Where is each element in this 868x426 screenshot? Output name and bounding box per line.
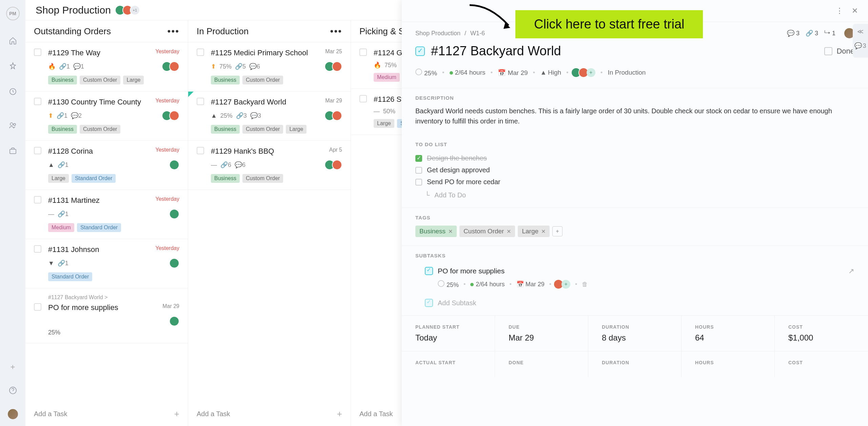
link-count[interactable]: 🔗 3: [806, 30, 818, 37]
assignees[interactable]: +: [574, 67, 595, 78]
column-menu-icon[interactable]: •••: [167, 26, 179, 37]
comment-count[interactable]: 💬 3: [787, 30, 800, 37]
task-card[interactable]: #1131 Johnson Yesterday ▼🔗1 Standard Ord…: [25, 239, 188, 288]
stat-cell[interactable]: DURATION: [588, 351, 682, 377]
stat-cell[interactable]: COST$1,000: [775, 316, 868, 351]
trial-cta-button[interactable]: Click here to start free trial: [515, 10, 703, 38]
task-checkbox[interactable]: [359, 49, 367, 56]
tag-pill[interactable]: Custom Order ✕: [459, 226, 515, 237]
user-avatar[interactable]: [8, 409, 18, 419]
task-card[interactable]: #1131 Martinez Yesterday —🔗1 MediumStand…: [25, 190, 188, 239]
add-todo-button[interactable]: └ Add To Do: [415, 188, 854, 199]
briefcase-icon[interactable]: [8, 146, 18, 156]
task-checkbox[interactable]: [34, 147, 41, 154]
add-tag-button[interactable]: +: [552, 226, 563, 236]
project-members[interactable]: +1: [118, 5, 140, 15]
remove-tag-icon[interactable]: ✕: [448, 228, 453, 235]
task-card[interactable]: #1128 Corina Yesterday ▲🔗1 LargeStandard…: [25, 141, 188, 190]
priority[interactable]: ▲ High: [540, 69, 561, 76]
remove-tag-icon[interactable]: ✕: [507, 228, 511, 235]
stat-cell[interactable]: HOURS: [682, 351, 775, 377]
tag-pill: Large: [374, 119, 394, 128]
stat-cell[interactable]: DURATION8 days: [588, 316, 682, 351]
svg-rect-3: [10, 149, 16, 154]
todo-checkbox[interactable]: [415, 167, 422, 174]
card-title: #1131 Martinez: [48, 196, 155, 205]
task-card[interactable]: #1127 Backyard World Mar 29 ▲25%🔗3💬3 Bus…: [188, 92, 351, 141]
stat-cell[interactable]: HOURS64: [682, 316, 775, 351]
collapse-icon[interactable]: ≪: [857, 28, 864, 35]
comments-toggle[interactable]: 💬3: [854, 42, 866, 50]
task-card[interactable]: #1130 Country Time County Yesterday ⬆🔗1💬…: [25, 92, 188, 141]
tag-pill[interactable]: Large ✕: [518, 226, 550, 237]
task-card[interactable]: #1129 The Way Yesterday 🔥🔗1💬1 BusinessCu…: [25, 42, 188, 92]
card-title: #1131 Johnson: [48, 245, 155, 254]
task-card[interactable]: #1127 Backyard World > PO for more suppl…: [25, 288, 188, 343]
stat-cell[interactable]: PLANNED STARTToday: [402, 316, 495, 351]
task-checkbox[interactable]: [34, 245, 41, 253]
card-title: #1128 Corina: [48, 147, 155, 156]
add-icon[interactable]: +: [10, 362, 15, 372]
home-icon[interactable]: [8, 36, 18, 46]
task-card[interactable]: #1125 Medici Primary School Mar 25 ⬆75%🔗…: [188, 42, 351, 92]
app-logo[interactable]: PM: [6, 7, 20, 20]
add-task-button[interactable]: Add a Task+: [188, 402, 351, 426]
remove-tag-icon[interactable]: ✕: [541, 228, 546, 235]
task-checkbox[interactable]: [359, 95, 367, 102]
todo-item[interactable]: Get design approved: [415, 164, 854, 176]
activity-icon[interactable]: [8, 61, 18, 71]
add-subtask-button[interactable]: Add Subtask: [415, 293, 854, 307]
column-menu-icon[interactable]: •••: [330, 26, 342, 37]
stat-cell[interactable]: ACTUAL START: [402, 351, 495, 377]
task-checkbox[interactable]: [34, 303, 41, 311]
clock-icon[interactable]: [8, 86, 18, 97]
task-checkbox[interactable]: [34, 98, 41, 105]
column-title: Outstanding Orders: [34, 26, 111, 37]
task-checkbox[interactable]: [197, 147, 204, 154]
progress-percent[interactable]: 25%: [415, 69, 437, 77]
task-checkbox[interactable]: [197, 49, 204, 56]
task-title[interactable]: #1127 Backyard World: [431, 44, 824, 58]
more-icon[interactable]: ⋮: [836, 6, 843, 15]
help-icon[interactable]: [8, 385, 18, 395]
stat-value: 64: [695, 333, 761, 343]
stat-label: ACTUAL START: [415, 360, 481, 365]
column-title: In Production: [197, 26, 249, 37]
done-toggle[interactable]: Done: [824, 47, 854, 56]
task-detail-panel: Click here to start free trial ⋮ ✕ Shop …: [402, 0, 868, 426]
comment-icon: 💬3: [250, 112, 261, 119]
right-rail: ≪ 💬3: [853, 24, 868, 58]
todo-item[interactable]: Send PO for more cedar: [415, 176, 854, 188]
todo-checkbox[interactable]: [415, 155, 422, 162]
due-date[interactable]: 📅 Mar 29: [498, 69, 528, 77]
stat-cell[interactable]: DUEMar 29: [495, 316, 588, 351]
breadcrumb-project[interactable]: Shop Production: [415, 30, 460, 37]
stat-cell[interactable]: DONE: [495, 351, 588, 377]
todo-item[interactable]: Design the benches: [415, 152, 854, 164]
todo-checkbox[interactable]: [415, 179, 422, 186]
close-icon[interactable]: ✕: [852, 6, 858, 15]
people-icon[interactable]: [8, 120, 18, 131]
hours-logged[interactable]: 2/64 hours: [450, 69, 486, 76]
task-checkbox[interactable]: [34, 196, 41, 204]
subtask-count[interactable]: ⮡ 1: [824, 30, 835, 37]
stat-label: HOURS: [695, 360, 761, 365]
task-checkbox[interactable]: [197, 98, 204, 105]
subtask-row[interactable]: PO for more supplies ↗ 25% • 2/64 hours …: [415, 264, 854, 293]
delete-subtask-icon[interactable]: 🗑: [582, 281, 588, 288]
open-subtask-icon[interactable]: ↗: [848, 267, 854, 275]
description-text[interactable]: Backyard World needs custom benches. Thi…: [415, 106, 854, 126]
task-type-icon[interactable]: [415, 46, 425, 56]
tag-pill: Medium: [374, 73, 400, 82]
stat-label: DURATION: [602, 324, 668, 330]
task-card[interactable]: #1129 Hank's BBQ Apr 5 —🔗6💬6 BusinessCus…: [188, 141, 351, 190]
tag-pill: Business: [48, 125, 77, 134]
task-checkbox[interactable]: [34, 49, 41, 56]
card-date: Mar 29: [162, 303, 179, 309]
status[interactable]: In Production: [608, 69, 646, 76]
assignee-avatar: [169, 316, 179, 326]
stat-cell[interactable]: COST: [775, 351, 868, 377]
add-task-button[interactable]: Add a Task+: [25, 402, 188, 426]
tag-pill[interactable]: Business ✕: [415, 226, 457, 237]
card-date: Yesterday: [155, 147, 179, 153]
